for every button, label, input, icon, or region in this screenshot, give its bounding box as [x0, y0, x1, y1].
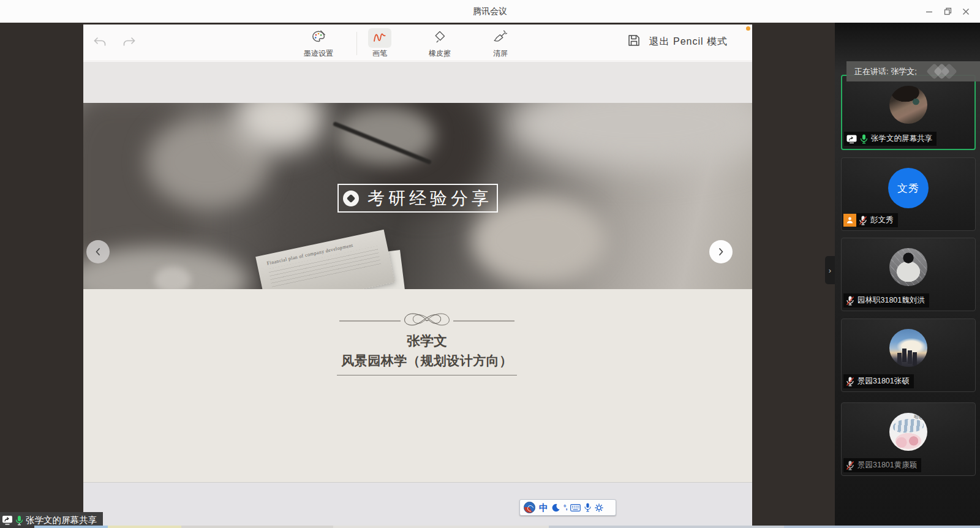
mic-on-icon: [15, 515, 23, 526]
minimize-button[interactable]: [920, 2, 938, 21]
share-status-text: 张学文的屏幕共享: [26, 515, 97, 526]
slide-bottom-band: [83, 482, 752, 528]
carousel-next-button[interactable]: [709, 240, 733, 263]
window-title: 腾讯会议: [0, 0, 980, 23]
presenter-major: 风景园林学（规划设计方向）: [337, 352, 517, 369]
exit-pencil-mode-label: 退出 Pencil 模式: [649, 36, 728, 48]
sidebar-collapse-handle[interactable]: ›: [825, 256, 835, 284]
clear-screen-label: 清屏: [477, 48, 524, 59]
participant-name: 景园31801张硕: [858, 376, 910, 387]
half-moon-icon[interactable]: [552, 503, 560, 512]
photo-shape: [506, 103, 752, 170]
speaking-banner: 正在讲话: 张学文;: [846, 61, 980, 81]
save-floppy-icon: [627, 33, 641, 50]
ime-toolbar: 中 °,: [519, 499, 616, 516]
mic-muted-icon: [846, 296, 854, 306]
eraser-tool-button[interactable]: 橡皮擦: [417, 28, 463, 59]
avatar-photo: [889, 86, 927, 124]
screen-share-icon: [2, 515, 13, 525]
photo-shape: [154, 267, 191, 289]
avatar-photo: [889, 329, 927, 367]
speaking-banner-text: 正在讲话: 张学文;: [846, 66, 925, 77]
taskbar-edge-strip: [0, 526, 980, 528]
ime-settings-gear-icon[interactable]: [595, 503, 603, 512]
presentation-slide: Financial plan of company development 考研…: [83, 62, 752, 528]
participant-tile-zhangshuo[interactable]: 景园31801张硕: [841, 319, 976, 392]
carousel-prev-button[interactable]: [86, 240, 110, 263]
pen-tool-button[interactable]: 画笔: [356, 28, 403, 59]
participant-name: 彭文秀: [870, 215, 894, 225]
attendee-badge-icon: [843, 214, 856, 227]
slide-presenter-section: 张学文 风景园林学（规划设计方向）: [83, 289, 752, 482]
coin-diamond-icon: [343, 190, 359, 206]
eraser-tool-label: 橡皮擦: [417, 48, 463, 59]
mic-muted-icon: [846, 461, 854, 470]
shared-screen-region: 墨迹设置 画笔 橡皮擦: [83, 25, 752, 528]
voice-input-icon[interactable]: [584, 503, 591, 512]
redo-button[interactable]: [120, 34, 138, 52]
meeting-main-area: 墨迹设置 画笔 橡皮擦: [0, 23, 980, 528]
mic-muted-icon: [846, 377, 854, 387]
participant-name: 张学文的屏幕共享: [871, 134, 932, 144]
sogou-logo-icon[interactable]: [524, 502, 535, 513]
slide-title: 考研经验分享: [368, 187, 492, 210]
slide-top-band: [83, 62, 752, 103]
pen-tool-label: 画笔: [356, 48, 403, 59]
soft-keyboard-icon[interactable]: [570, 504, 581, 511]
participant-tile-huangkangying[interactable]: 景园31801黄康颖: [841, 402, 976, 476]
palette-icon: [311, 29, 326, 47]
restore-button[interactable]: [938, 2, 957, 21]
slide-title-frame: 考研经验分享: [337, 184, 498, 213]
ime-mode-toggle[interactable]: 中: [539, 503, 548, 512]
punctuation-toggle[interactable]: °,: [564, 504, 567, 511]
exit-pencil-mode-button[interactable]: 退出 Pencil 模式: [627, 33, 728, 50]
flourish-ornament: [337, 306, 517, 331]
ink-settings-button[interactable]: 墨迹设置: [295, 28, 342, 59]
annotation-notification-dot: [746, 26, 750, 31]
ink-settings-label: 墨迹设置: [295, 48, 342, 59]
window-titlebar: 腾讯会议: [0, 0, 980, 23]
screen-share-icon: [846, 135, 857, 143]
tencent-meeting-logo: [925, 64, 959, 80]
avatar-photo: [889, 248, 927, 286]
undo-button[interactable]: [91, 34, 109, 52]
mic-on-icon: [860, 134, 868, 144]
participant-name: 景园31801黄康颖: [858, 460, 917, 470]
slide-hero-photo: Financial plan of company development 考研…: [83, 103, 752, 289]
participants-sidebar: 正在讲话: 张学文;: [835, 23, 980, 528]
clear-screen-button[interactable]: 清屏: [477, 28, 524, 59]
pen-scribble-icon: [368, 28, 391, 48]
presenter-name: 张学文: [337, 332, 517, 350]
clear-brush-icon: [492, 29, 508, 47]
annotation-toolbar: 墨迹设置 画笔 橡皮擦: [83, 25, 752, 61]
document-paper: Financial plan of company development: [255, 230, 395, 289]
close-button[interactable]: [957, 2, 975, 21]
participant-tile-weiliuhong[interactable]: 园林职31801魏刘洪: [841, 238, 976, 311]
participant-tile-pengwenxiu[interactable]: 文秀 彭文秀: [841, 157, 976, 231]
eraser-icon: [432, 29, 447, 47]
avatar-photo: [889, 413, 927, 451]
mic-muted-icon: [859, 216, 867, 225]
participant-tile-zhangxuewen[interactable]: 张学文的屏幕共享: [841, 75, 976, 150]
underline-rule: [337, 375, 517, 375]
participant-name: 园林职31801魏刘洪: [858, 295, 925, 306]
avatar-initials: 文秀: [888, 168, 929, 208]
